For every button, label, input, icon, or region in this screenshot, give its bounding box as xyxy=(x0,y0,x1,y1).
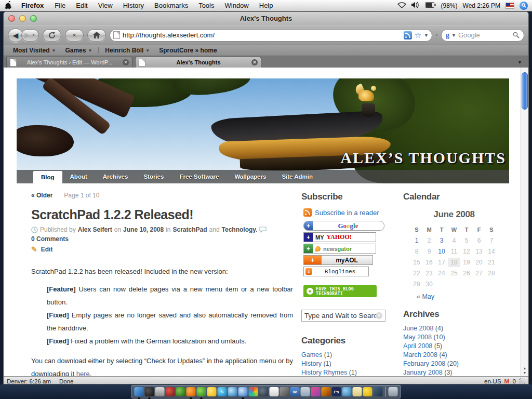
weather-extension[interactable]: Denver: 6:26 am xyxy=(7,378,51,384)
tab-close-icon[interactable]: ✕ xyxy=(251,59,258,65)
author-link[interactable]: Alex Seifert xyxy=(78,226,112,233)
tab-close-icon[interactable]: ✕ xyxy=(123,59,129,65)
nav-item-stories[interactable]: Stories xyxy=(136,170,171,183)
browser-tab[interactable]: Alex's Thoughts✕ xyxy=(135,57,261,68)
menu-view[interactable]: View xyxy=(93,2,118,9)
battery-percent[interactable]: (98%) xyxy=(441,2,458,9)
bookmark-star-icon[interactable]: ☆ xyxy=(415,31,421,40)
dock-textedit-icon[interactable] xyxy=(270,387,279,396)
dock-word-icon[interactable]: W xyxy=(290,387,300,396)
category-link[interactable]: History xyxy=(301,360,322,367)
search-engine-dropdown-icon[interactable]: ▼ xyxy=(451,33,456,38)
web-search-input[interactable] xyxy=(458,31,511,39)
category-link[interactable]: History Rhymes xyxy=(301,369,347,376)
dock-notebook-icon[interactable] xyxy=(301,387,310,396)
dock-sticky-icon[interactable] xyxy=(353,387,362,396)
dock-trash-icon[interactable] xyxy=(389,387,398,396)
bookmark-sproutcore-home[interactable]: SproutCore » home xyxy=(155,47,221,54)
subscribe-reader-link[interactable]: Subscribe in a reader xyxy=(315,209,379,217)
forward-dropdown-icon[interactable]: ▼ xyxy=(32,33,36,37)
menu-edit[interactable]: Edit xyxy=(71,2,92,9)
home-button[interactable] xyxy=(87,29,106,42)
older-posts-link[interactable]: « Older xyxy=(31,192,52,199)
nav-item-site-admin[interactable]: Site Admin xyxy=(274,170,321,183)
add-to-myaol-button[interactable]: + myAOL xyxy=(303,255,373,265)
calendar-day[interactable]: 3 xyxy=(435,236,448,245)
dock-toast-icon[interactable] xyxy=(311,387,321,396)
rss-feed-icon[interactable] xyxy=(303,208,312,217)
browser-tab[interactable]: Alex's Thoughts › Edit — WordP...✕ xyxy=(6,57,132,68)
tab-list-dropdown-button[interactable]: ▼ xyxy=(513,57,526,66)
clear-search-icon[interactable]: ✕ xyxy=(376,312,382,319)
url-dropdown-icon[interactable]: ▼ xyxy=(424,33,429,38)
post-date-link[interactable]: June 10, 2008 xyxy=(123,226,164,233)
archive-link[interactable]: April 2008 xyxy=(403,342,432,350)
menu-tools[interactable]: Tools xyxy=(193,2,219,9)
archive-link[interactable]: June 2008 xyxy=(403,325,433,332)
dock-dark-globe-icon[interactable] xyxy=(259,387,269,396)
url-input[interactable] xyxy=(123,31,401,39)
archive-link[interactable]: February 2008 xyxy=(403,360,445,367)
menu-file[interactable]: File xyxy=(49,2,71,9)
dock-finder-icon[interactable] xyxy=(135,387,144,396)
site-search-box[interactable]: ✕ xyxy=(301,310,385,322)
rss-subscribe-icon[interactable] xyxy=(404,31,412,39)
dock-limewire-icon[interactable] xyxy=(176,387,185,396)
volume-icon[interactable] xyxy=(411,2,420,10)
locale-indicator[interactable]: en-US xyxy=(484,378,501,384)
dock-rubber-duck-icon[interactable] xyxy=(363,387,373,396)
nav-item-free-software[interactable]: Free Software xyxy=(171,170,227,183)
nav-item-archives[interactable]: Archives xyxy=(95,170,136,183)
dock-xcode-icon[interactable] xyxy=(374,387,383,396)
post-category-link[interactable]: Technology. xyxy=(222,226,258,233)
search-magnifier-icon[interactable] xyxy=(513,32,520,38)
title-bar[interactable]: Alex's Thoughts xyxy=(4,12,528,25)
dock-cyberduck-icon[interactable] xyxy=(342,387,352,396)
search-bar[interactable]: g ▼ xyxy=(441,29,524,42)
menu-clock[interactable]: Wed 2:26 PM xyxy=(463,2,500,9)
post-category-link[interactable]: ScratchPad xyxy=(173,226,207,233)
url-bar[interactable]: ☆ ▼ xyxy=(110,29,432,42)
dock-ichat-smiley-icon[interactable] xyxy=(207,387,217,396)
archive-link[interactable]: March 2008 xyxy=(403,351,437,358)
download-here-link[interactable]: here xyxy=(76,370,90,376)
input-language-flag-icon[interactable] xyxy=(506,3,514,9)
archive-link[interactable]: January 2008 xyxy=(403,369,443,376)
dock-pinwheel-app-icon[interactable] xyxy=(249,387,258,396)
menu-firefox[interactable]: Firefox xyxy=(16,2,49,9)
page-scrollbar[interactable]: ▲▼ xyxy=(521,68,528,376)
dock-itunes-icon[interactable] xyxy=(238,387,248,396)
stop-button[interactable]: × xyxy=(65,29,84,42)
gmail-notifier-icon[interactable]: M xyxy=(504,378,510,385)
dock-skype-icon[interactable]: S xyxy=(218,387,227,396)
dock-google-earth-icon[interactable] xyxy=(228,387,237,396)
bookmark-games[interactable]: Games▼ xyxy=(61,47,96,54)
search-engine-icon[interactable]: g xyxy=(446,31,449,39)
add-to-newsgator-button[interactable]: + newsgator xyxy=(303,244,376,254)
dock-graphics-tool-icon[interactable] xyxy=(280,387,289,396)
comments-link[interactable]: 0 Comments xyxy=(31,235,69,243)
calendar-day[interactable]: 10 xyxy=(435,247,448,256)
add-to-my-yahoo-button[interactable]: + MY YAHOO! xyxy=(303,232,376,242)
battery-icon[interactable] xyxy=(425,2,436,9)
apple-menu-icon[interactable] xyxy=(0,1,16,10)
menu-window[interactable]: Window xyxy=(220,2,254,9)
forward-button[interactable]: ▶▼ xyxy=(21,29,39,42)
calendar-day[interactable]: 1 xyxy=(410,236,423,245)
wifi-icon[interactable] xyxy=(397,2,406,10)
window-resize-grip[interactable] xyxy=(519,378,525,384)
bookmark-most-visited[interactable]: Most Visited▼ xyxy=(9,47,60,54)
bookmark-heinrich-b-ll[interactable]: Heinrich Böll▼ xyxy=(101,47,154,54)
menu-history[interactable]: History xyxy=(118,2,149,9)
site-search-input[interactable] xyxy=(304,312,376,320)
category-link[interactable]: Games xyxy=(301,351,322,358)
add-to-google-button[interactable]: + Google xyxy=(303,221,384,231)
archive-link[interactable]: May 2008 xyxy=(403,334,432,341)
menu-bookmarks[interactable]: Bookmarks xyxy=(149,2,193,9)
dock-dashboard-icon[interactable] xyxy=(145,387,154,396)
nav-item-blog[interactable]: Blog xyxy=(33,171,62,183)
dock-dvd-player-icon[interactable] xyxy=(166,387,175,396)
add-to-bloglines-button[interactable]: + Bloglines xyxy=(303,267,369,276)
reload-button[interactable] xyxy=(43,29,61,42)
scrollbar-thumb[interactable] xyxy=(522,72,528,110)
